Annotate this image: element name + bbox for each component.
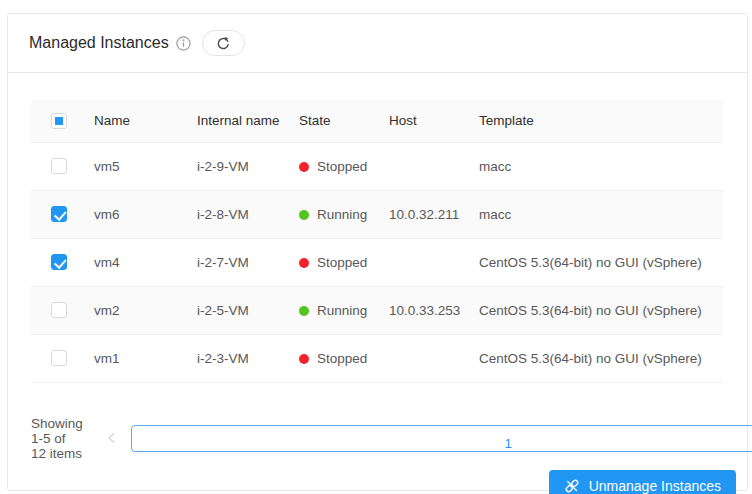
status-dot-icon <box>299 210 309 220</box>
instances-table: Name Internal name State Host Template v… <box>31 100 723 383</box>
row-checkbox[interactable] <box>51 158 67 174</box>
column-header-host: Host <box>389 100 479 142</box>
page-title: Managed Instances <box>29 34 169 52</box>
host-cell <box>389 238 479 286</box>
internal-name-cell: i-2-7-VM <box>197 238 299 286</box>
status-dot-icon <box>299 258 309 268</box>
row-checkbox[interactable] <box>51 206 67 222</box>
template-cell: macc <box>479 142 723 190</box>
name-cell: vm4 <box>94 238 197 286</box>
internal-name-cell: i-2-5-VM <box>197 286 299 334</box>
internal-name-cell: i-2-3-VM <box>197 334 299 382</box>
host-cell <box>389 334 479 382</box>
template-cell: CentOS 5.3(64-bit) no GUI (vSphere) <box>479 238 723 286</box>
state-cell: Running <box>299 190 389 238</box>
template-cell: macc <box>479 190 723 238</box>
row-checkbox-cell <box>31 286 94 334</box>
card-header: Managed Instances <box>8 14 747 73</box>
name-cell: vm6 <box>94 190 197 238</box>
unmanage-instances-button[interactable]: Unmanage Instances <box>549 470 736 494</box>
prev-page-button[interactable] <box>98 425 125 452</box>
reload-icon <box>216 36 231 51</box>
table-row: vm1i-2-3-VMStoppedCentOS 5.3(64-bit) no … <box>31 334 723 382</box>
row-checkbox[interactable] <box>51 254 67 270</box>
template-cell: CentOS 5.3(64-bit) no GUI (vSphere) <box>479 286 723 334</box>
host-cell: 10.0.33.253 <box>389 286 479 334</box>
state-cell: Stopped <box>299 334 389 382</box>
row-checkbox-cell <box>31 190 94 238</box>
status-dot-icon <box>299 354 309 364</box>
table-row: vm4i-2-7-VMStoppedCentOS 5.3(64-bit) no … <box>31 238 723 286</box>
pagination: Showing 1-5 of 12 items 123 Go to <box>31 416 723 461</box>
disconnect-icon <box>564 478 580 494</box>
state-cell: Stopped <box>299 238 389 286</box>
name-cell: vm5 <box>94 142 197 190</box>
table-row: vm5i-2-9-VMStoppedmacc <box>31 142 723 190</box>
card-footer: Unmanage Instances <box>8 461 747 494</box>
info-circle-icon[interactable] <box>176 36 191 51</box>
column-header-internal-name: Internal name <box>197 100 299 142</box>
row-checkbox[interactable] <box>51 302 67 318</box>
state-label: Stopped <box>317 351 367 366</box>
state-label: Running <box>317 303 367 318</box>
select-all-cell <box>31 100 94 142</box>
instances-table-body: vm5i-2-9-VMStoppedmaccvm6i-2-8-VMRunning… <box>31 142 723 382</box>
column-header-template: Template <box>479 100 723 142</box>
chevron-left-icon <box>107 432 116 444</box>
refresh-button[interactable] <box>202 30 245 56</box>
status-dot-icon <box>299 162 309 172</box>
state-cell: Running <box>299 286 389 334</box>
pagination-summary: Showing 1-5 of 12 items <box>31 416 83 461</box>
table-row: vm2i-2-5-VMRunning10.0.33.253CentOS 5.3(… <box>31 286 723 334</box>
template-cell: CentOS 5.3(64-bit) no GUI (vSphere) <box>479 334 723 382</box>
select-all-checkbox[interactable] <box>51 113 67 129</box>
unmanage-instances-label: Unmanage Instances <box>589 478 721 494</box>
host-cell: 10.0.32.211 <box>389 190 479 238</box>
row-checkbox-cell <box>31 238 94 286</box>
table-header-row: Name Internal name State Host Template <box>31 100 723 142</box>
page: Managed Instances <box>0 0 752 494</box>
card-body: Name Internal name State Host Template v… <box>8 73 747 461</box>
column-header-state: State <box>299 100 389 142</box>
state-label: Stopped <box>317 255 367 270</box>
column-header-name: Name <box>94 100 197 142</box>
page-button-1[interactable]: 1 <box>131 425 752 452</box>
host-cell <box>389 142 479 190</box>
page-buttons: 123 <box>131 425 752 452</box>
managed-instances-card: Managed Instances <box>7 13 748 491</box>
table-row: vm6i-2-8-VMRunning10.0.32.211macc <box>31 190 723 238</box>
row-checkbox-cell <box>31 142 94 190</box>
name-cell: vm1 <box>94 334 197 382</box>
internal-name-cell: i-2-9-VM <box>197 142 299 190</box>
internal-name-cell: i-2-8-VM <box>197 190 299 238</box>
status-dot-icon <box>299 306 309 316</box>
row-checkbox-cell <box>31 334 94 382</box>
state-label: Stopped <box>317 159 367 174</box>
state-label: Running <box>317 207 367 222</box>
row-checkbox[interactable] <box>51 350 67 366</box>
state-cell: Stopped <box>299 142 389 190</box>
name-cell: vm2 <box>94 286 197 334</box>
